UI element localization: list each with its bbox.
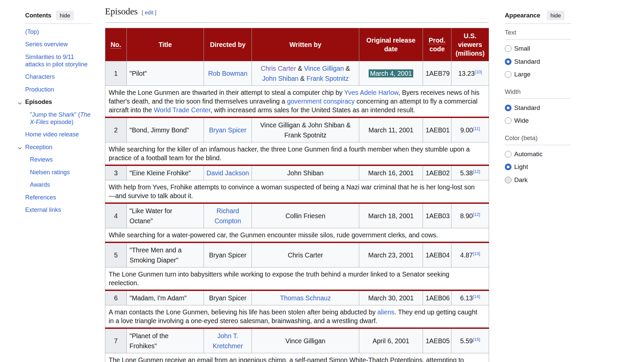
- wiki-link[interactable]: John Shiban: [262, 75, 299, 82]
- column-header: Directed by: [204, 28, 252, 61]
- text-run: The Lone Gunmen receive an email from an…: [109, 356, 464, 362]
- release-date-cell: March 11, 2001: [359, 117, 423, 142]
- toc-link[interactable]: (Top): [25, 28, 39, 35]
- toc-link[interactable]: Episodes: [25, 99, 52, 105]
- written-by-cell: Chris Carter & Vince Gilligan & John Shi…: [252, 61, 359, 86]
- episode-row: 6"Madam, I'm Adam"Bryan SpicerThomas Sch…: [105, 290, 489, 305]
- reference-link[interactable]: [12]: [473, 169, 480, 174]
- wiki-link[interactable]: World Trade Center: [154, 106, 210, 114]
- radio-label: Light: [514, 163, 528, 171]
- radio-option-wide[interactable]: Wide: [505, 114, 571, 127]
- toc-link[interactable]: Production: [25, 86, 54, 93]
- text-run: Bryan Spicer: [209, 294, 247, 302]
- toc-link[interactable]: Reception: [25, 144, 52, 150]
- wiki-link[interactable]: Rob Bowman: [208, 70, 247, 77]
- episode-number-cell: 1: [105, 61, 127, 86]
- viewers-cell: 9.00[11]: [451, 117, 489, 142]
- toc-link[interactable]: Reviews: [30, 156, 53, 163]
- reference-link[interactable]: [11]: [473, 126, 480, 131]
- radio-button[interactable]: [505, 45, 512, 52]
- episode-row: 7"Planet of the Frohikes"John T. Kretchm…: [105, 328, 489, 353]
- toc-link[interactable]: References: [25, 194, 56, 201]
- wiki-link[interactable]: aliens: [377, 308, 394, 316]
- toc-link[interactable]: Awards: [30, 181, 50, 188]
- toc-hide-button[interactable]: hide: [56, 11, 74, 20]
- reference-superscript: [12]: [473, 169, 480, 174]
- chevron-down-icon[interactable]: [17, 145, 22, 152]
- radio-option-light[interactable]: Light: [505, 161, 571, 174]
- main-content: Episodes[ edit ] No.TitleDirected byWrit…: [105, 5, 489, 362]
- reference-link[interactable]: [12]: [473, 212, 480, 217]
- appearance-section: Color (beta)AutomaticLightDark: [505, 134, 571, 187]
- episode-summary-row: While searching for a water-powered car,…: [105, 228, 489, 243]
- radio-option-large[interactable]: Large: [505, 68, 571, 81]
- episode-title-cell: "Three Men and a Smoking Diaper": [127, 242, 204, 267]
- toc-link[interactable]: Series overview: [25, 41, 68, 48]
- text-run: &: [344, 65, 350, 72]
- radio-button[interactable]: [505, 164, 512, 170]
- toc-item: Similarities to 9/11 attacks in pilot st…: [17, 51, 92, 71]
- toc-link[interactable]: Characters: [25, 73, 55, 80]
- release-date-cell: March 23, 2001: [359, 242, 423, 267]
- radio-option-small[interactable]: Small: [505, 42, 571, 55]
- episode-summary-cell: The Lone Gunmen receive an email from an…: [105, 353, 489, 362]
- episode-title-cell: "Bond, Jimmy Bond": [127, 117, 204, 142]
- episode-summary-cell: A man contacts the Lone Gunmen, believin…: [105, 305, 489, 328]
- radio-button[interactable]: [505, 58, 512, 65]
- episode-summary-cell: The Lone Gunmen turn into babysitters wh…: [105, 267, 489, 291]
- text-run: No.: [111, 41, 121, 49]
- text-run: "Jump the Shark" (: [30, 111, 80, 118]
- text-run: Prod.: [429, 37, 445, 44]
- viewers-cell: 13.23[10]: [451, 61, 489, 86]
- text-run: While searching for a water-powered car,…: [109, 231, 438, 239]
- wiki-link[interactable]: Bryan Spicer: [209, 126, 247, 134]
- text-run: U.S. viewers (millions): [455, 32, 485, 57]
- radio-button[interactable]: [505, 117, 512, 124]
- radio-option-standard[interactable]: Standard: [505, 55, 571, 68]
- table-of-contents: Contents hide (Top)Series overviewSimila…: [17, 11, 92, 216]
- wiki-link[interactable]: David Jackson: [207, 169, 249, 177]
- toc-link[interactable]: Nielsen ratings: [30, 169, 70, 176]
- reference-link[interactable]: [10]: [475, 69, 482, 74]
- episode-summary-row: A man contacts the Lone Gunmen, believin…: [105, 305, 489, 328]
- text-run: A man contacts the Lone Gunmen, believin…: [109, 308, 377, 316]
- reference-link[interactable]: [14]: [473, 294, 480, 299]
- radio-button[interactable]: [505, 177, 512, 183]
- wiki-link[interactable]: John T. Kretchmer: [213, 332, 243, 350]
- reference-link[interactable]: [15]: [473, 337, 480, 342]
- edit-link[interactable]: edit: [145, 10, 153, 15]
- wiki-link[interactable]: Richard Compton: [214, 207, 241, 225]
- wiki-link[interactable]: Chris Carter: [261, 65, 296, 72]
- release-date-cell: March 30, 2001: [359, 290, 423, 305]
- toc-link[interactable]: Home video release: [25, 131, 79, 138]
- wiki-link[interactable]: Frank Spotnitz: [307, 75, 349, 82]
- chevron-down-icon[interactable]: [17, 100, 22, 107]
- wiki-link[interactable]: government conspiracy: [287, 98, 355, 105]
- toc-link[interactable]: External links: [25, 206, 61, 213]
- radio-button[interactable]: [505, 71, 512, 78]
- radio-option-dark[interactable]: Dark: [505, 174, 571, 187]
- episode-summary-row: The Lone Gunmen receive an email from an…: [105, 353, 489, 362]
- wiki-link[interactable]: Vince Gilligan: [304, 65, 344, 72]
- toc-item: (Top): [17, 25, 92, 38]
- radio-button[interactable]: [505, 151, 512, 158]
- wiki-link[interactable]: Yves Adele Harlow: [344, 89, 398, 96]
- section-divider: [505, 39, 571, 40]
- directed-by-cell: Richard Compton: [204, 203, 252, 228]
- text-run: Written by: [289, 41, 321, 48]
- radio-option-standard[interactable]: Standard: [505, 102, 571, 115]
- reference-link[interactable]: [13]: [473, 251, 480, 256]
- toc-link[interactable]: "Jump the Shark" (The X-Files episode): [30, 111, 91, 125]
- episode-title-cell: "Madam, I'm Adam": [127, 290, 204, 305]
- radio-button[interactable]: [505, 105, 512, 111]
- toc-divider: [25, 23, 92, 24]
- toc-link[interactable]: Similarities to 9/11 attacks in pilot st…: [25, 54, 88, 68]
- toc-title: Contents: [25, 11, 51, 20]
- radio-option-automatic[interactable]: Automatic: [505, 148, 571, 161]
- prod-code-cell: 1AEB03: [423, 203, 451, 228]
- appearance-hide-button[interactable]: hide: [547, 11, 565, 20]
- episode-summary-row: While the Lone Gunmen are thwarted in th…: [105, 86, 489, 118]
- column-header: Written by: [252, 28, 359, 61]
- episode-row: 2"Bond, Jimmy Bond"Bryan SpicerVince Gil…: [105, 117, 489, 142]
- wiki-link[interactable]: Thomas Schnauz: [280, 294, 331, 302]
